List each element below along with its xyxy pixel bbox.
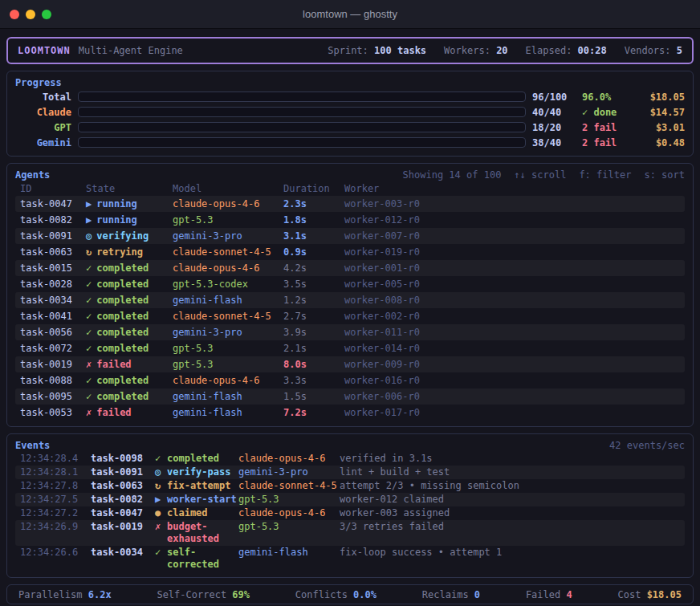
agent-duration: 3.5s: [283, 279, 344, 290]
progress-rows: Total 96/100 96.0% $18.05 Claude 40/40 ✓…: [15, 89, 685, 150]
agent-duration: 1.2s: [283, 295, 344, 306]
column-header-model: Model: [173, 183, 283, 194]
agent-worker: worker-014-r0: [344, 343, 680, 354]
agents-panel: Agents Showing 14 of 100 ↑↓ scroll f: fi…: [6, 163, 694, 427]
footer-stat-label: Cost: [618, 589, 641, 600]
agent-worker: worker-009-r0: [344, 359, 680, 370]
state-label: verifying: [96, 230, 149, 242]
agent-row[interactable]: task-0088 ✓completed claude-opus-4-6 3.3…: [15, 372, 685, 388]
footer-stat: Cost $18.05: [618, 589, 682, 600]
event-model: gemini-3-pro: [238, 466, 340, 478]
events-title: Events: [15, 440, 50, 451]
agent-row[interactable]: task-0041 ✓completed claude-sonnet-4-5 2…: [15, 308, 685, 324]
events-list: 12:34:28.4 task-0098 ✓completed claude-o…: [15, 452, 685, 571]
progress-bar-track: [78, 122, 526, 132]
stat-label: Elapsed:: [526, 45, 572, 56]
event-action-icon: ▶: [155, 494, 167, 506]
agent-task-id: task-0082: [20, 214, 86, 226]
agent-duration: 2.1s: [283, 343, 344, 354]
event-row: 12:34:28.4 task-0098 ✓completed claude-o…: [15, 452, 685, 466]
column-header-duration: Duration: [283, 183, 344, 194]
progress-panel-head: Progress: [15, 75, 685, 89]
footer-stat-value: 4: [566, 589, 572, 600]
agent-row[interactable]: task-0053 ✗failed gemini-flash 7.2s work…: [15, 405, 685, 421]
state-icon: ▶: [86, 198, 92, 209]
progress-cost: $3.01: [637, 122, 685, 133]
event-row: 12:34:26.6 task-0034 ✓self-corrected gem…: [15, 546, 685, 571]
event-row: 12:34:27.5 task-0082 ▶worker-start gpt-5…: [15, 493, 685, 506]
state-label: running: [96, 214, 137, 226]
event-action: ▶worker-start: [155, 494, 238, 506]
agent-row[interactable]: task-0082 ▶running gpt-5.3 1.8s worker-0…: [15, 212, 685, 228]
progress-row: Claude 40/40 ✓ done $14.57: [15, 104, 685, 120]
agents-title: Agents: [15, 169, 50, 181]
footer-stat: Reclaims 0: [422, 589, 480, 600]
agent-duration: 1.8s: [283, 214, 344, 226]
agent-row[interactable]: task-0019 ✗failed gpt-5.3 8.0s worker-00…: [15, 356, 685, 372]
agent-task-id: task-0047: [20, 198, 86, 209]
event-task-id: task-0063: [91, 480, 155, 492]
event-model: claude-sonnet-4-5: [238, 480, 340, 492]
agent-model: claude-opus-4-6: [173, 262, 283, 274]
agent-row[interactable]: task-0056 ✓completed gemini-3-pro 3.9s w…: [15, 324, 685, 340]
event-task-id: task-0091: [91, 466, 155, 478]
agent-model: gemini-3-pro: [173, 327, 283, 338]
agent-row[interactable]: task-0047 ▶running claude-opus-4-6 2.3s …: [15, 196, 685, 212]
event-detail: lint + build + test: [340, 466, 680, 478]
state-icon: ✓: [86, 343, 92, 354]
agent-row[interactable]: task-0034 ✓completed gemini-flash 1.2s w…: [15, 292, 685, 308]
progress-status: 2 fail: [582, 122, 630, 133]
agent-row[interactable]: task-0091 ◎verifying gemini-3-pro 3.1s w…: [15, 228, 685, 244]
events-rate: 42 events/sec: [609, 440, 685, 451]
event-action: ↻fix-attempt: [155, 480, 238, 492]
agent-worker: worker-011-r0: [344, 327, 680, 338]
agent-row[interactable]: task-0015 ✓completed claude-opus-4-6 4.2…: [15, 260, 685, 276]
state-label: retrying: [96, 246, 143, 258]
agent-row[interactable]: task-0072 ✓completed gpt-5.3 2.1s worker…: [15, 340, 685, 356]
footer-stat-value: 6.2x: [88, 589, 112, 600]
zoom-button[interactable]: [42, 10, 51, 19]
state-icon: ✓: [86, 391, 92, 402]
progress-status: 2 fail: [582, 137, 630, 148]
progress-bar-track: [78, 107, 526, 117]
minimize-button[interactable]: [26, 10, 35, 19]
app-banner: LOOMTOWN Multi-Agent Engine Sprint: 100 …: [6, 37, 694, 64]
agents-list[interactable]: task-0047 ▶running claude-opus-4-6 2.3s …: [15, 196, 685, 421]
app-subtitle: Multi-Agent Engine: [79, 45, 183, 56]
agent-duration: 8.0s: [283, 359, 344, 370]
agent-state: ✓completed: [86, 375, 173, 386]
agent-state: ▶running: [86, 198, 173, 209]
agent-state: ✗failed: [86, 407, 173, 418]
event-timestamp: 12:34:27.2: [20, 507, 91, 519]
agent-model: claude-sonnet-4-5: [173, 311, 283, 322]
agent-model: gemini-flash: [173, 391, 283, 402]
agent-state: ✓completed: [86, 327, 173, 338]
event-action-icon: ◎: [155, 466, 167, 478]
footer-stat-value: $18.05: [647, 589, 682, 600]
close-button[interactable]: [10, 10, 19, 19]
event-task-id: task-0034: [91, 547, 155, 559]
event-timestamp: 12:34:28.4: [20, 453, 91, 465]
event-detail: fix-loop success • attempt 1: [340, 547, 680, 559]
footer-stat-label: Conflicts: [295, 589, 348, 600]
agent-row[interactable]: task-0095 ✓completed gemini-flash 1.5s w…: [15, 388, 685, 405]
agent-model: gemini-3-pro: [173, 230, 283, 242]
progress-cost: $14.57: [637, 107, 685, 118]
agent-duration: 3.3s: [283, 375, 344, 386]
agent-model: claude-opus-4-6: [173, 198, 283, 209]
header-stat: Elapsed: 00:28: [526, 45, 607, 56]
titlebar: loomtown — ghostty: [0, 0, 700, 29]
event-action: ✗budget-exhausted: [155, 521, 238, 545]
agent-duration: 1.5s: [283, 391, 344, 402]
progress-count: 96/100: [532, 92, 576, 103]
state-icon: ✗: [86, 407, 92, 418]
state-icon: ✓: [86, 375, 92, 386]
state-icon: ✓: [86, 311, 92, 322]
header-stat: Vendors: 5: [625, 45, 682, 56]
agent-row[interactable]: task-0028 ✓completed gpt-5.3-codex 3.5s …: [15, 276, 685, 292]
filter-hint: f: filter: [579, 169, 631, 181]
state-icon: ▶: [86, 214, 92, 226]
agent-row[interactable]: task-0063 ↻retrying claude-sonnet-4-5 0.…: [15, 244, 685, 260]
header-stat: Sprint: 100 tasks: [328, 45, 426, 56]
agent-state: ✓completed: [86, 295, 173, 306]
